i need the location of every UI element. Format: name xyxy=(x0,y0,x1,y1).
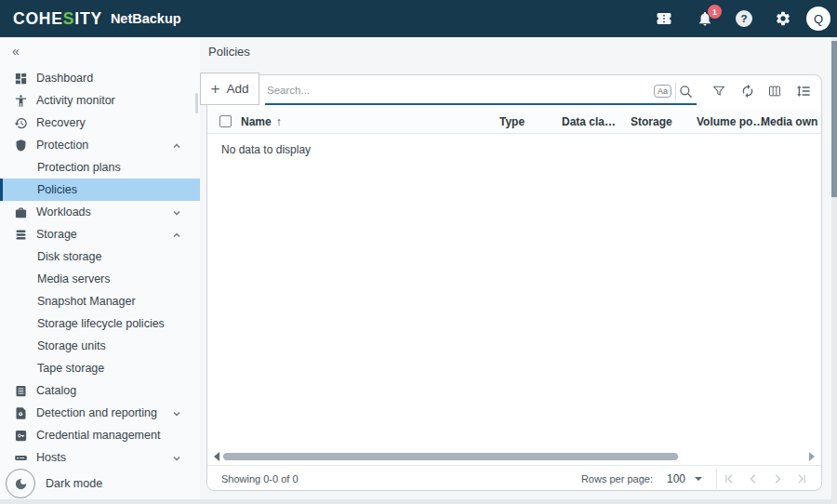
columns-icon[interactable] xyxy=(762,78,788,104)
page-vertical-scrollbar xyxy=(831,37,837,504)
sidebar-item-label: Detection and reporting xyxy=(36,406,157,419)
cohesity-logo: COHESITY xyxy=(13,9,102,29)
sidebar-item-label: Tape storage xyxy=(37,362,104,375)
notifications-bell-icon[interactable]: 1 xyxy=(697,10,713,27)
sidebar-item-policies[interactable]: Policies xyxy=(0,179,200,201)
select-all-checkbox[interactable] xyxy=(219,115,232,127)
next-page-button[interactable] xyxy=(765,466,790,491)
sidebar-item-snapshot-manager[interactable]: Snapshot Manager xyxy=(0,290,200,312)
chevron-down-icon xyxy=(172,207,181,220)
sidebar-item-label: Storage lifecycle policies xyxy=(37,317,165,330)
sidebar-item-disk-storage[interactable]: Disk storage xyxy=(0,245,200,268)
horizontal-scrollbar xyxy=(207,450,821,463)
refresh-icon[interactable] xyxy=(735,78,761,104)
sidebar-item-storage-units[interactable]: Storage units xyxy=(0,335,200,357)
sidebar-item-workloads[interactable]: Workloads xyxy=(0,201,200,223)
sidebar-item-storage-lifecycle-policies[interactable]: Storage lifecycle policies xyxy=(0,312,200,335)
sidebar-item-label: Workloads xyxy=(36,206,91,219)
table-header-row: Name↑ Type Data cla… Storage Volume po… … xyxy=(207,110,821,134)
column-header-type[interactable]: Type xyxy=(499,115,525,128)
page-vertical-scrollbar-thumb[interactable] xyxy=(831,41,837,197)
sidebar-item-credential-management[interactable]: Credential management xyxy=(0,424,200,446)
sidebar-item-label: Storage xyxy=(36,228,77,241)
pagination-controls: Rows per page: 100 xyxy=(581,466,814,491)
page-title: Policies xyxy=(208,45,250,59)
rows-per-page-caret-icon[interactable] xyxy=(695,477,702,481)
sidebar-item-label: Catalog xyxy=(36,384,76,397)
horizontal-scrollbar-thumb[interactable] xyxy=(223,453,678,460)
catalog-icon xyxy=(13,383,28,398)
search-input[interactable] xyxy=(267,85,611,96)
chevron-up-icon xyxy=(172,140,181,153)
brand-logo: COHESITY NetBackup xyxy=(13,0,181,37)
chevron-up-icon xyxy=(172,230,181,243)
recovery-restore-icon xyxy=(13,115,28,130)
user-avatar[interactable]: Q xyxy=(806,7,830,31)
activity-monitor-icon xyxy=(13,93,28,108)
sidebar-item-catalog[interactable]: Catalog xyxy=(0,379,200,402)
policies-table-card: + Add Aa Name↑ Type Data cla… xyxy=(206,74,822,491)
sidebar-item-label: Storage units xyxy=(37,339,106,352)
dark-mode-toggle[interactable]: Dark mode xyxy=(6,469,102,498)
rows-per-page-label: Rows per page: xyxy=(581,473,653,484)
sidebar-item-protection[interactable]: Protection xyxy=(0,134,200,156)
sidebar-item-label: Hosts xyxy=(36,451,66,464)
first-page-button[interactable] xyxy=(717,466,741,491)
notification-badge: 1 xyxy=(708,5,722,19)
sidebar-item-label: Recovery xyxy=(36,116,86,129)
sidebar-item-dashboard[interactable]: Dashboard xyxy=(0,67,200,89)
sidebar-item-recovery[interactable]: Recovery xyxy=(0,112,200,134)
table-footer: Showing 0-0 of 0 Rows per page: 100 xyxy=(207,465,821,490)
main-content: Policies + Add Aa Name↑ T xyxy=(200,37,837,504)
column-header-media-owner[interactable]: Media own xyxy=(761,115,817,128)
chevron-down-icon xyxy=(172,453,181,466)
last-page-button[interactable] xyxy=(790,466,814,491)
settings-gear-icon[interactable] xyxy=(775,10,791,27)
add-button-label: Add xyxy=(226,82,248,96)
sidebar-item-media-servers[interactable]: Media servers xyxy=(0,268,200,290)
sidebar-item-label: Activity monitor xyxy=(36,94,115,107)
column-header-data-classification[interactable]: Data cla… xyxy=(562,115,616,128)
sidebar-collapse-button[interactable]: « xyxy=(12,44,20,59)
match-case-toggle[interactable]: Aa xyxy=(654,85,671,98)
help-icon[interactable]: ? xyxy=(736,10,752,27)
page-bottom-edge xyxy=(0,499,837,504)
sidebar-item-label: Dashboard xyxy=(36,72,93,85)
sidebar-item-detection-reporting[interactable]: Detection and reporting xyxy=(0,402,200,424)
scroll-left-arrow-icon[interactable] xyxy=(214,452,219,461)
dark-mode-label: Dark mode xyxy=(46,477,102,490)
column-header-storage[interactable]: Storage xyxy=(631,115,672,128)
workloads-briefcase-icon xyxy=(13,205,28,219)
rows-per-page-value[interactable]: 100 xyxy=(667,472,685,485)
storage-disks-icon xyxy=(13,227,28,242)
ticket-icon[interactable] xyxy=(656,10,672,27)
sidebar-item-label: Credential management xyxy=(36,429,160,442)
sidebar-item-label: Disk storage xyxy=(37,250,101,263)
scroll-right-arrow-icon[interactable] xyxy=(809,452,815,461)
sidebar-item-tape-storage[interactable]: Tape storage xyxy=(0,357,200,379)
column-header-volume-pool[interactable]: Volume po… xyxy=(697,115,764,128)
sidebar-item-protection-plans[interactable]: Protection plans xyxy=(0,156,200,179)
sort-ascending-icon: ↑ xyxy=(276,115,282,128)
add-button[interactable]: + Add xyxy=(200,73,259,105)
row-density-icon[interactable] xyxy=(790,78,817,104)
hosts-server-icon xyxy=(13,450,28,465)
chevron-down-icon xyxy=(172,408,181,421)
detection-report-icon xyxy=(13,405,28,420)
filter-icon[interactable] xyxy=(706,78,732,104)
dashboard-icon xyxy=(13,71,28,86)
app-header: COHESITY NetBackup 1 ? Q xyxy=(0,0,837,37)
sidebar-item-label: Snapshot Manager xyxy=(37,295,136,308)
moon-icon xyxy=(6,469,35,498)
search-icon[interactable] xyxy=(678,84,694,99)
previous-page-button[interactable] xyxy=(741,466,765,491)
sidebar-item-activity-monitor[interactable]: Activity monitor xyxy=(0,89,200,112)
column-header-name[interactable]: Name↑ xyxy=(241,115,282,128)
search-divider xyxy=(675,83,676,100)
search-field: Aa xyxy=(265,80,697,105)
protection-shield-icon xyxy=(13,138,28,153)
sidebar-item-label: Protection plans xyxy=(37,161,121,174)
sidebar-item-storage[interactable]: Storage xyxy=(0,223,200,245)
sidebar-item-hosts[interactable]: Hosts xyxy=(0,446,200,469)
credential-key-icon xyxy=(13,428,28,443)
